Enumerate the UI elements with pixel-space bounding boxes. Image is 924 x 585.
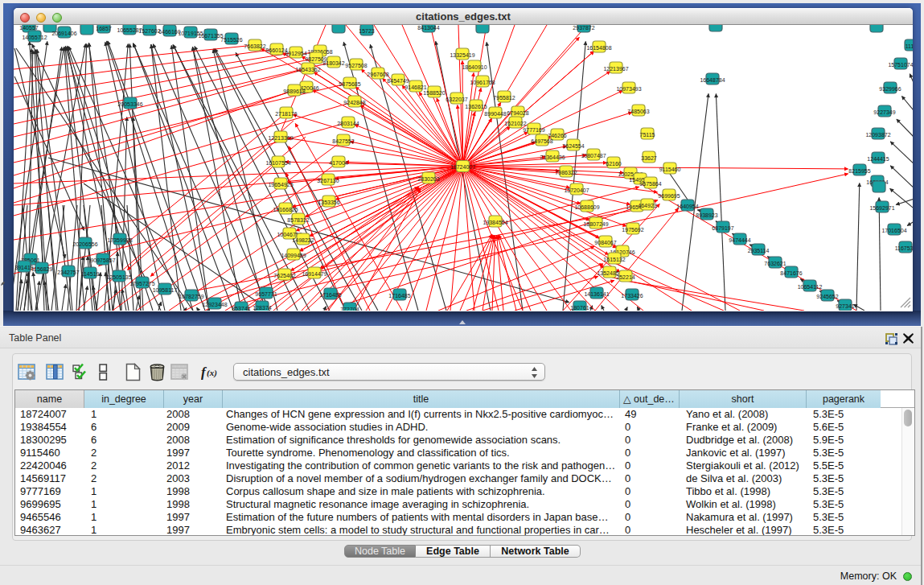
svg-text:180761: 180761 bbox=[570, 305, 589, 311]
svg-text:10958117: 10958117 bbox=[153, 287, 178, 293]
svg-text:12213369: 12213369 bbox=[268, 135, 293, 141]
svg-text:2718176: 2718176 bbox=[275, 111, 297, 117]
svg-text:(x): (x) bbox=[207, 368, 217, 378]
svg-text:9245652: 9245652 bbox=[816, 294, 838, 299]
svg-text:18724007: 18724007 bbox=[450, 164, 475, 170]
svg-text:21364436: 21364436 bbox=[540, 154, 565, 160]
svg-text:15692971: 15692971 bbox=[869, 205, 894, 211]
svg-text:7625402: 7625402 bbox=[273, 273, 295, 278]
svg-text:7515526: 7515526 bbox=[220, 37, 242, 43]
svg-text:6879197: 6879197 bbox=[712, 225, 733, 231]
svg-text:16671355: 16671355 bbox=[198, 33, 223, 39]
svg-text:8578312: 8578312 bbox=[287, 217, 309, 223]
svg-text:16857: 16857 bbox=[96, 26, 112, 31]
svg-text:1498222: 1498222 bbox=[292, 237, 314, 243]
svg-text:1716485: 1716485 bbox=[388, 293, 410, 299]
svg-text:2935114: 2935114 bbox=[748, 248, 770, 253]
svg-text:3267130: 3267130 bbox=[317, 178, 339, 183]
svg-text:7485063: 7485063 bbox=[627, 109, 649, 114]
svg-text:1621022: 1621022 bbox=[504, 121, 526, 126]
svg-text:1733426: 1733426 bbox=[621, 293, 643, 299]
svg-text:8413044: 8413044 bbox=[417, 25, 439, 31]
svg-text:14055712: 14055712 bbox=[22, 35, 47, 40]
svg-text:1640954: 1640954 bbox=[676, 204, 698, 209]
svg-text:8990448: 8990448 bbox=[484, 111, 506, 117]
svg-text:1167533: 1167533 bbox=[895, 245, 913, 251]
svg-text:33627: 33627 bbox=[641, 155, 657, 161]
svg-text:114519: 114519 bbox=[81, 271, 100, 277]
svg-text:9329966: 9329966 bbox=[879, 86, 901, 92]
svg-text:2967608: 2967608 bbox=[367, 72, 388, 77]
svg-text:3624554: 3624554 bbox=[562, 143, 584, 149]
svg-text:9146821: 9146821 bbox=[405, 84, 426, 90]
svg-text:2830203: 2830203 bbox=[417, 176, 439, 182]
svg-text:62160: 62160 bbox=[606, 161, 622, 167]
svg-text:20206556: 20206556 bbox=[72, 241, 97, 247]
svg-text:15723: 15723 bbox=[359, 28, 375, 34]
svg-text:746266: 746266 bbox=[548, 133, 566, 138]
svg-text:14099489: 14099489 bbox=[281, 253, 306, 258]
svg-text:9115460: 9115460 bbox=[659, 167, 681, 172]
svg-text:772704: 772704 bbox=[340, 307, 359, 311]
svg-text:128374: 128374 bbox=[253, 305, 271, 311]
svg-text:9699695: 9699695 bbox=[658, 193, 680, 199]
svg-text:10973493: 10973493 bbox=[616, 86, 641, 92]
svg-text:8938923: 8938923 bbox=[696, 212, 717, 218]
svg-text:9527508: 9527508 bbox=[345, 63, 367, 68]
svg-text:8471676: 8471676 bbox=[780, 270, 802, 276]
svg-text:6794028: 6794028 bbox=[507, 110, 528, 116]
svg-text:20691406: 20691406 bbox=[51, 31, 76, 36]
svg-text:15751074: 15751074 bbox=[888, 62, 913, 68]
svg-text:1975692: 1975692 bbox=[622, 227, 643, 233]
svg-text:10688609: 10688609 bbox=[574, 204, 599, 210]
svg-text:1244415: 1244415 bbox=[867, 156, 889, 162]
svg-text:12213967: 12213967 bbox=[603, 66, 628, 72]
svg-text:7955812: 7955812 bbox=[493, 95, 515, 101]
svg-text:15720407: 15720407 bbox=[564, 187, 589, 193]
svg-text:17957275: 17957275 bbox=[129, 281, 154, 286]
svg-text:7663822: 7663822 bbox=[244, 43, 265, 49]
svg-text:9242848: 9242848 bbox=[343, 100, 365, 105]
svg-text:8427552: 8427552 bbox=[332, 138, 354, 144]
svg-text:9084067: 9084067 bbox=[594, 240, 616, 245]
svg-text:417004: 417004 bbox=[329, 160, 347, 166]
svg-text:16914479: 16914479 bbox=[302, 271, 326, 277]
svg-text:140557: 140557 bbox=[19, 25, 38, 31]
svg-text:2342757: 2342757 bbox=[57, 270, 79, 275]
svg-text:19384554: 19384554 bbox=[483, 220, 507, 225]
svg-text:7632621: 7632621 bbox=[764, 261, 786, 266]
svg-text:12923448: 12923448 bbox=[202, 302, 227, 307]
svg-text:9889618: 9889618 bbox=[283, 89, 305, 94]
svg-text:16782759: 16782759 bbox=[179, 294, 203, 299]
svg-text:9777169: 9777169 bbox=[523, 127, 544, 133]
svg-text:2937872: 2937872 bbox=[573, 25, 594, 31]
svg-text:9657771: 9657771 bbox=[255, 291, 277, 297]
svg-text:12093872: 12093872 bbox=[865, 132, 890, 138]
svg-text:853741: 853741 bbox=[232, 306, 250, 311]
svg-text:1588520: 1588520 bbox=[423, 90, 445, 96]
svg-text:8912954: 8912954 bbox=[285, 51, 306, 56]
svg-text:12505135: 12505135 bbox=[106, 274, 131, 280]
svg-text:20053346: 20053346 bbox=[117, 101, 142, 107]
svg-text:5875685: 5875685 bbox=[339, 81, 360, 87]
svg-text:464923: 464923 bbox=[638, 203, 656, 208]
svg-text:9227349: 9227349 bbox=[873, 109, 895, 115]
svg-text:16648784: 16648784 bbox=[700, 77, 725, 83]
svg-text:252214: 252214 bbox=[616, 274, 634, 280]
svg-text:9575864: 9575864 bbox=[639, 181, 661, 187]
svg-text:1156829: 1156829 bbox=[31, 266, 53, 272]
svg-text:8180342: 8180342 bbox=[322, 60, 344, 66]
svg-text:1353356: 1353356 bbox=[318, 200, 339, 205]
svg-text:8215955: 8215955 bbox=[848, 168, 870, 174]
svg-text:16154808: 16154808 bbox=[586, 45, 611, 51]
svg-text:927341: 927341 bbox=[836, 303, 854, 309]
svg-text:14136141: 14136141 bbox=[584, 291, 609, 297]
svg-text:16543362: 16543362 bbox=[295, 67, 320, 72]
svg-text:75115: 75115 bbox=[640, 132, 655, 138]
svg-text:10961768: 10961768 bbox=[470, 80, 495, 85]
svg-text:1527602: 1527602 bbox=[138, 28, 160, 34]
svg-text:1716485: 1716485 bbox=[319, 292, 341, 298]
svg-text:6497568: 6497568 bbox=[531, 138, 552, 144]
svg-text:17359938: 17359938 bbox=[107, 237, 132, 243]
svg-text:18807249: 18807249 bbox=[583, 221, 608, 227]
